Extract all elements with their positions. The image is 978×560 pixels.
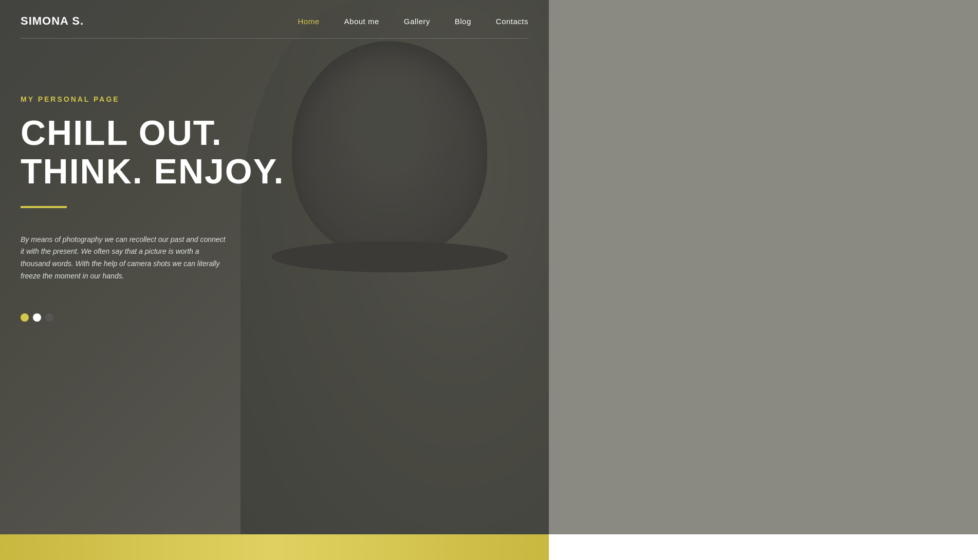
hero-title-line1: CHILL OUT. [21,113,223,152]
navigation: Home About me Gallery Blog Contacts [298,17,528,26]
hero-subtitle: MY PERSONAL PAGE [21,95,528,103]
hero-title: CHILL OUT. THINK. ENJOY. [21,114,528,191]
hero-content: MY PERSONAL PAGE CHILL OUT. THINK. ENJOY… [0,39,549,352]
hero-title-line2: THINK. ENJOY. [21,152,284,191]
nav-item-gallery[interactable]: Gallery [404,17,430,26]
nav-item-blog[interactable]: Blog [455,17,471,26]
right-sidebar [549,0,978,560]
bottom-gold-strip [0,534,549,560]
nav-item-contacts[interactable]: Contacts [496,17,528,26]
right-sidebar-lower [549,534,978,560]
slider-dot-1[interactable] [21,313,29,322]
nav-item-home[interactable]: Home [298,17,320,26]
main-content: SIMONA S. Home About me Gallery Blog Con… [0,0,549,560]
hero-description: By means of photography we can recollect… [21,234,226,283]
logo: SIMONA S. [21,14,84,28]
slider-dots [21,313,528,322]
slider-dot-3[interactable] [45,313,53,322]
page-wrapper: SIMONA S. Home About me Gallery Blog Con… [0,0,978,560]
slider-dot-2[interactable] [33,313,41,322]
hero-divider [21,206,67,208]
nav-item-about[interactable]: About me [344,17,379,26]
header: SIMONA S. Home About me Gallery Blog Con… [0,0,549,38]
